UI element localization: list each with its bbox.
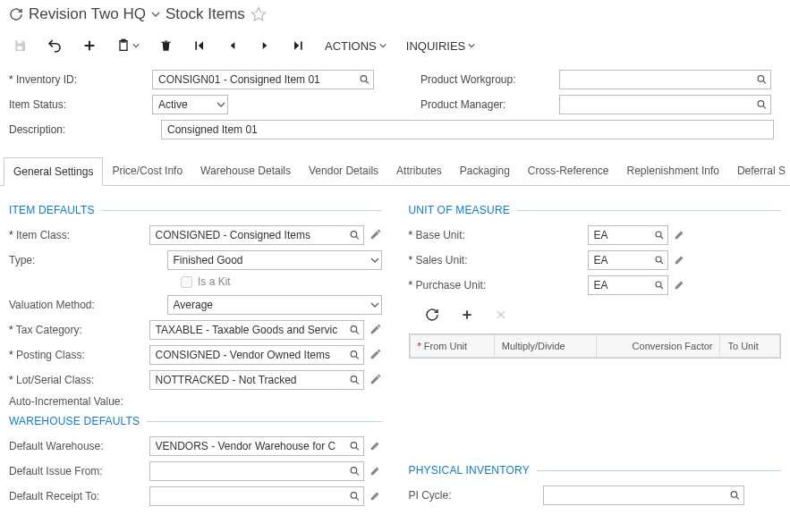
- item-status-select[interactable]: [152, 95, 228, 114]
- add-icon[interactable]: [82, 38, 97, 53]
- screen-name: Stock Items: [166, 5, 245, 23]
- inquiries-menu[interactable]: INQUIRIES: [406, 39, 475, 53]
- default-issue-input[interactable]: [149, 461, 364, 481]
- default-warehouse-label: Default Warehouse:: [9, 440, 149, 452]
- type-label: Type:: [9, 254, 167, 266]
- pencil-icon[interactable]: [370, 373, 382, 388]
- is-kit-checkbox[interactable]: [181, 276, 192, 288]
- product-workgroup-input[interactable]: [559, 70, 771, 89]
- sales-unit-input[interactable]: [588, 250, 668, 270]
- item-class-label: Item Class:: [9, 229, 149, 241]
- posting-class-input[interactable]: [149, 345, 364, 365]
- chevron-down-icon[interactable]: [151, 10, 160, 19]
- tab-deferral[interactable]: Deferral S: [728, 157, 790, 185]
- svg-rect-5: [195, 41, 197, 49]
- purchase-unit-label: Purchase Unit:: [409, 279, 588, 291]
- pencil-icon[interactable]: [370, 323, 382, 338]
- product-workgroup-label: Product Workgroup:: [420, 73, 559, 86]
- pencil-icon[interactable]: [674, 278, 686, 293]
- col-multiply-divide[interactable]: Multiply/Divide: [494, 335, 596, 358]
- pencil-icon[interactable]: [674, 228, 686, 243]
- nav-prev-icon[interactable]: [226, 38, 239, 53]
- pencil-icon[interactable]: [370, 228, 382, 243]
- tab-price-cost[interactable]: Price/Cost Info: [103, 157, 191, 185]
- save-icon[interactable]: [13, 38, 27, 53]
- tab-warehouse-details[interactable]: Warehouse Details: [191, 157, 300, 185]
- base-unit-label: Base Unit:: [409, 229, 588, 241]
- col-to-unit[interactable]: To Unit: [720, 335, 780, 358]
- nav-first-icon[interactable]: [192, 38, 207, 53]
- tab-attributes[interactable]: Attributes: [387, 157, 451, 185]
- product-manager-input[interactable]: [559, 95, 771, 114]
- inventory-id-label: Inventory ID:: [9, 73, 152, 86]
- is-kit-label: Is a Kit: [198, 275, 231, 288]
- pi-cycle-input[interactable]: [543, 486, 744, 505]
- tab-replenishment[interactable]: Replenishment Info: [618, 157, 728, 185]
- purchase-unit-input[interactable]: [588, 275, 668, 295]
- tab-general-settings[interactable]: General Settings: [4, 157, 103, 186]
- item-class-input[interactable]: [149, 225, 364, 245]
- col-from-unit[interactable]: From Unit: [410, 335, 494, 358]
- svg-rect-2: [17, 46, 21, 50]
- tab-packaging[interactable]: Packaging: [451, 157, 519, 185]
- pi-cycle-label: PI Cycle:: [409, 489, 543, 502]
- default-receipt-input[interactable]: [149, 486, 364, 506]
- type-select[interactable]: [167, 250, 382, 270]
- pencil-icon[interactable]: [370, 439, 382, 454]
- uom-grid[interactable]: From Unit Multiply/Divide Conversion Fac…: [409, 334, 782, 359]
- tab-vendor-details[interactable]: Vendor Details: [300, 157, 387, 185]
- sales-unit-label: Sales Unit:: [409, 254, 588, 266]
- actions-menu[interactable]: ACTIONS: [325, 39, 387, 53]
- base-unit-input[interactable]: [588, 225, 668, 245]
- default-issue-label: Default Issue From:: [9, 465, 149, 477]
- pencil-icon[interactable]: [370, 464, 382, 479]
- grid-add-icon[interactable]: [461, 308, 473, 324]
- tabs: General Settings Price/Cost Info Warehou…: [0, 157, 790, 186]
- item-status-label: Item Status:: [9, 98, 152, 111]
- nav-next-icon[interactable]: [259, 38, 271, 53]
- default-receipt-label: Default Receipt To:: [9, 490, 149, 502]
- default-warehouse-input[interactable]: [149, 436, 364, 456]
- undo-icon[interactable]: [47, 38, 63, 54]
- pencil-icon[interactable]: [674, 253, 686, 268]
- auto-inc-label: Auto-Incremental Value:: [9, 395, 170, 408]
- posting-class-label: Posting Class:: [9, 349, 149, 361]
- svg-rect-1: [17, 40, 21, 43]
- lot-serial-input[interactable]: [149, 370, 364, 390]
- lot-serial-label: Lot/Serial Class:: [9, 374, 149, 386]
- pencil-icon[interactable]: [370, 489, 382, 504]
- delete-icon[interactable]: [159, 38, 173, 53]
- valuation-label: Valuation Method:: [9, 299, 167, 311]
- tax-category-label: Tax Category:: [9, 324, 149, 336]
- tax-category-input[interactable]: [149, 320, 364, 340]
- item-defaults-header: ITEM DEFAULTS: [9, 204, 382, 216]
- grid-refresh-icon[interactable]: [425, 308, 439, 325]
- svg-rect-6: [301, 41, 302, 49]
- svg-marker-0: [251, 8, 265, 21]
- star-icon[interactable]: [251, 6, 267, 22]
- uom-header: UNIT OF MEASURE: [409, 204, 782, 216]
- company-name[interactable]: Revision Two HQ: [29, 5, 146, 23]
- description-label: Description:: [9, 123, 152, 136]
- grid-delete-icon: [495, 308, 507, 324]
- warehouse-defaults-header: WAREHOUSE DEFAULTS: [9, 415, 382, 427]
- col-conversion-factor[interactable]: Conversion Factor: [596, 335, 720, 358]
- physical-inventory-header: PHYSICAL INVENTORY: [409, 464, 782, 477]
- inventory-id-input[interactable]: [152, 70, 374, 89]
- product-manager-label: Product Manager:: [420, 98, 559, 111]
- valuation-select[interactable]: [167, 295, 382, 315]
- refresh-icon[interactable]: [9, 7, 23, 21]
- description-input[interactable]: [161, 120, 774, 139]
- clipboard-icon[interactable]: [116, 38, 140, 53]
- tab-cross-reference[interactable]: Cross-Reference: [519, 157, 618, 185]
- nav-last-icon[interactable]: [291, 38, 305, 53]
- pencil-icon[interactable]: [370, 348, 382, 363]
